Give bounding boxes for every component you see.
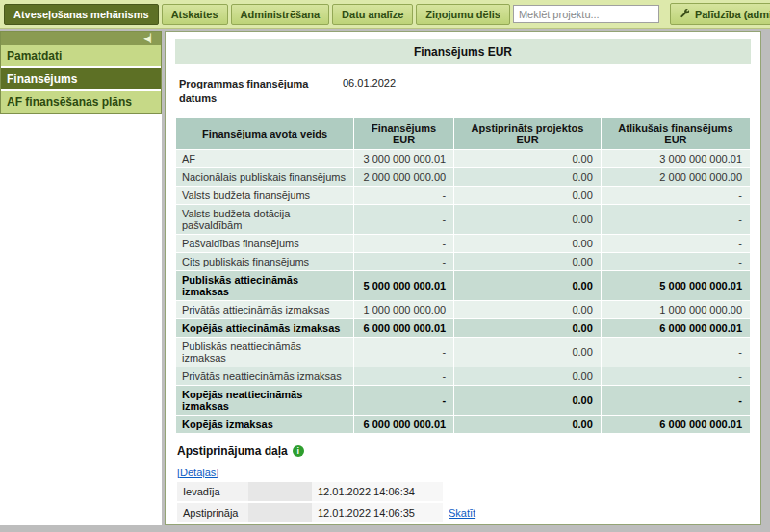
help-button[interactable]: Palīdzība (admin) [670,3,770,25]
cell-source-type: Kopējās izmaksas [176,415,354,433]
finance-table-row: Pašvaldības finansējums - 0.00 - [176,234,751,252]
cell-source-type: Cits publiskais finansējums [176,252,354,270]
cell-approved: 0.00 [454,415,602,433]
cell-source-type: Publiskās neattiecināmās izmaksas [176,337,354,367]
cell-approved: 0.00 [454,252,602,270]
cell-remaining: - [601,252,750,270]
cell-approved: 0.00 [454,318,602,337]
cell-remaining: 1 000 000 000.00 [601,300,750,318]
wrench-icon [680,8,690,20]
cell-remaining: 6 000 000 000.01 [601,318,750,337]
approval-section-header: Apstiprinājuma daļa i [177,444,751,458]
nav-tab[interactable]: Atskaites [162,4,228,25]
program-date-label: Programmas finansējuma datums [179,77,333,106]
finance-table-row: Kopējās attiecināmās izmaksas 6 000 000 … [176,318,751,337]
nav-tab[interactable]: Administrēšana [231,4,330,25]
cell-financing: 6 000 000 000.01 [354,318,454,337]
cell-remaining: - [601,337,750,367]
approval-row-datetime: 12.01.2022 14:06:34 [312,482,443,502]
approval-row: Apstiprināja 12.01.2022 14:06:35 Skatīt [177,502,489,523]
cell-approved: 0.00 [454,385,602,415]
cell-financing: 5 000 000 000.01 [354,270,454,300]
finance-table-row: Valsts budžeta finansējums - 0.00 - [176,186,751,204]
cell-approved: 0.00 [454,204,602,234]
cell-remaining: - [601,234,750,252]
cell-remaining: 5 000 000 000.01 [601,270,750,300]
help-button-label: Palīdzība (admin) [695,9,770,20]
approval-table: Ievadīja 12.01.2022 14:06:34 Apstiprināj… [177,482,489,524]
info-icon[interactable]: i [293,445,304,457]
cell-remaining: - [601,367,750,385]
nav-tab[interactable]: Datu analīze [332,4,413,25]
approval-row-label: Apstiprināja [177,502,248,523]
approval-row-datetime: 12.01.2022 14:06:35 [312,502,443,523]
cell-approved: 0.00 [454,270,602,300]
sidebar-item[interactable]: Finansējums [1,68,161,89]
cell-financing: 2 000 000 000.00 [354,167,454,186]
finance-table-row: Nacionālais publiskais finansējums 2 000… [176,167,751,186]
approval-row: Ievadīja 12.01.2022 14:06:34 [177,482,489,502]
nav-tab[interactable]: Atveseļošanas mehānisms [4,4,159,25]
finance-table: Finansējuma avota veids Finansējums EUR … [175,117,751,434]
cell-source-type: Kopējās neattiecināmās izmaksas [176,385,354,415]
cell-financing: 6 000 000 000.01 [354,415,454,433]
approval-section-title: Apstiprinājuma daļa [177,444,288,458]
finance-table-row: AF 3 000 000 000.01 0.00 3 000 000 000.0… [176,149,751,167]
search-input[interactable] [513,5,659,23]
sidebar: ◀▏ Pamatdati Finansējums AF finansēšanas… [0,31,162,114]
cell-financing: 3 000 000 000.01 [354,149,454,167]
cell-remaining: 6 000 000 000.01 [601,415,750,433]
nav-tab[interactable]: Ziņojumu dēlis [416,4,510,25]
col-header-source-type: Finansējuma avota veids [176,117,354,149]
cell-financing: 1 000 000 000.00 [354,300,454,318]
cell-source-type: Nacionālais publiskais finansējums [176,167,354,186]
cell-remaining: - [601,186,750,204]
approval-row-user [248,502,312,523]
cell-approved: 0.00 [454,234,602,252]
page-body: ◀▏ Pamatdati Finansējums AF finansēšanas… [0,29,770,525]
collapse-sidebar-icon[interactable]: ◀▏ [143,35,157,43]
details-link[interactable]: [Detaļas] [177,467,218,478]
finance-table-header-row: Finansējuma avota veids Finansējums EUR … [176,117,751,149]
col-header-remaining: Atlikušais finansējums EUR [601,117,750,149]
finance-table-row: Kopējās izmaksas 6 000 000 000.01 0.00 6… [176,415,751,433]
finance-table-row: Privātās neattiecināmās izmaksas - 0.00 … [176,367,751,385]
cell-approved: 0.00 [454,367,602,385]
finance-table-row: Valsts budžeta dotācija pašvaldībām - 0.… [176,204,751,234]
finance-table-row: Privātās attiecināmās izmaksas 1 000 000… [176,300,751,318]
col-header-financing: Finansējums EUR [354,117,454,149]
cell-remaining: 2 000 000 000.00 [601,167,750,186]
cell-approved: 0.00 [454,337,602,367]
cell-source-type: AF [176,149,354,167]
cell-source-type: Valsts budžeta dotācija pašvaldībām [176,204,354,234]
cell-source-type: Kopējās attiecināmās izmaksas [176,318,354,337]
program-date-value: 06.01.2022 [343,77,396,89]
top-nav-bar: Atveseļošanas mehānisms Atskaites Admini… [0,0,770,29]
page-title: Finansējums EUR [175,39,751,64]
cell-remaining: - [601,385,750,415]
approval-row-user [248,482,312,502]
cell-approved: 0.00 [454,186,602,204]
sidebar-item[interactable]: Pamatdati [1,45,161,66]
cell-approved: 0.00 [454,167,602,186]
program-date-row: Programmas finansējuma datums 06.01.2022 [179,77,751,106]
finance-table-row: Cits publiskais finansējums - 0.00 - [176,252,751,270]
cell-financing: - [354,252,454,270]
cell-remaining: 3 000 000 000.01 [601,149,750,167]
sidebar-item[interactable]: AF finansēšanas plāns [1,91,161,113]
approval-row-label: Ievadīja [177,482,248,502]
cell-source-type: Privātās attiecināmās izmaksas [176,300,354,318]
cell-financing: - [354,234,454,252]
view-link[interactable]: Skatīt [449,507,475,519]
sidebar-column: ◀▏ Pamatdati Finansējums AF finansēšanas… [0,31,162,525]
cell-financing: - [354,385,454,415]
finance-table-row: Kopējās neattiecināmās izmaksas - 0.00 - [176,385,751,415]
cell-source-type: Pašvaldības finansējums [176,234,354,252]
col-header-approved: Apstiprināts projektos EUR [454,117,602,149]
cell-source-type: Privātās neattiecināmās izmaksas [176,367,354,385]
cell-source-type: Publiskās attiecināmās izmaksas [176,270,354,300]
sidebar-header: ◀▏ [1,32,161,45]
cell-approved: 0.00 [454,300,602,318]
cell-approved: 0.00 [454,149,602,167]
main-panel: Finansējums EUR Programmas finansējuma d… [165,31,761,525]
